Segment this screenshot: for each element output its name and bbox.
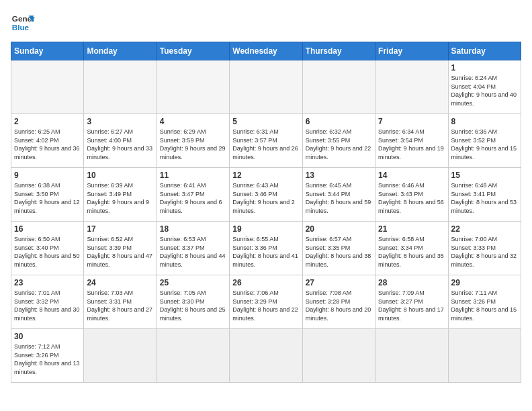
calendar-cell: 9Sunrise: 6:38 AM Sunset: 3:50 PM Daylig… [11,168,84,222]
day-info: Sunrise: 6:24 AM Sunset: 4:04 PM Dayligh… [451,74,518,107]
calendar-cell: 28Sunrise: 7:09 AM Sunset: 3:27 PM Dayli… [375,275,448,329]
day-info: Sunrise: 6:45 AM Sunset: 3:44 PM Dayligh… [306,181,372,215]
calendar-cell [11,60,84,114]
day-number: 10 [87,171,153,180]
calendar-cell [375,60,448,114]
day-info: Sunrise: 6:48 AM Sunset: 3:41 PM Dayligh… [451,181,518,215]
calendar-cell: 20Sunrise: 6:57 AM Sunset: 3:35 PM Dayli… [302,222,375,275]
day-info: Sunrise: 6:55 AM Sunset: 3:36 PM Dayligh… [232,235,299,269]
day-info: Sunrise: 7:01 AM Sunset: 3:32 PM Dayligh… [14,289,81,322]
day-number: 20 [306,224,372,234]
calendar-cell: 7Sunrise: 6:34 AM Sunset: 3:54 PM Daylig… [375,114,448,168]
calendar-cell [157,329,229,383]
calendar-cell: 30Sunrise: 7:12 AM Sunset: 3:26 PM Dayli… [11,329,84,383]
day-info: Sunrise: 6:50 AM Sunset: 3:40 PM Dayligh… [14,235,81,269]
day-number: 19 [232,224,299,234]
day-number: 23 [14,278,81,287]
calendar-cell [302,60,375,114]
calendar-cell: 25Sunrise: 7:05 AM Sunset: 3:30 PM Dayli… [157,275,229,329]
day-info: Sunrise: 6:31 AM Sunset: 3:57 PM Dayligh… [232,128,299,161]
calendar-cell: 5Sunrise: 6:31 AM Sunset: 3:57 PM Daylig… [230,114,302,168]
day-number: 16 [14,224,81,234]
day-info: Sunrise: 6:29 AM Sunset: 3:59 PM Dayligh… [160,128,226,161]
calendar-table: SundayMondayTuesdayWednesdayThursdayFrid… [11,42,521,383]
day-number: 2 [14,117,81,126]
day-info: Sunrise: 7:05 AM Sunset: 3:30 PM Dayligh… [160,289,226,322]
calendar-cell [84,60,157,114]
weekday-header-thursday: Thursday [302,42,375,60]
calendar-cell: 27Sunrise: 7:08 AM Sunset: 3:28 PM Dayli… [302,275,375,329]
calendar-cell: 1Sunrise: 6:24 AM Sunset: 4:04 PM Daylig… [448,60,521,114]
calendar-cell: 8Sunrise: 6:36 AM Sunset: 3:52 PM Daylig… [448,114,521,168]
day-number: 12 [232,171,299,180]
day-info: Sunrise: 7:00 AM Sunset: 3:33 PM Dayligh… [451,235,518,269]
day-info: Sunrise: 7:12 AM Sunset: 3:26 PM Dayligh… [14,342,81,376]
calendar-cell [230,60,302,114]
day-info: Sunrise: 6:34 AM Sunset: 3:54 PM Dayligh… [378,128,445,161]
day-info: Sunrise: 6:58 AM Sunset: 3:34 PM Dayligh… [378,235,445,269]
day-info: Sunrise: 6:57 AM Sunset: 3:35 PM Dayligh… [306,235,372,269]
day-info: Sunrise: 6:53 AM Sunset: 3:37 PM Dayligh… [160,235,226,269]
day-number: 6 [306,117,372,126]
day-info: Sunrise: 6:41 AM Sunset: 3:47 PM Dayligh… [160,181,226,215]
day-number: 25 [160,278,226,287]
calendar-cell: 11Sunrise: 6:41 AM Sunset: 3:47 PM Dayli… [157,168,229,222]
calendar-cell: 24Sunrise: 7:03 AM Sunset: 3:31 PM Dayli… [84,275,157,329]
calendar-cell: 21Sunrise: 6:58 AM Sunset: 3:34 PM Dayli… [375,222,448,275]
day-number: 27 [306,278,372,287]
day-number: 4 [160,117,226,126]
day-info: Sunrise: 7:09 AM Sunset: 3:27 PM Dayligh… [378,289,445,322]
day-number: 9 [14,171,81,180]
svg-text:Blue: Blue [12,23,30,32]
weekday-header-saturday: Saturday [448,42,521,60]
day-number: 18 [160,224,226,234]
day-info: Sunrise: 6:27 AM Sunset: 4:00 PM Dayligh… [87,128,153,161]
calendar-cell: 2Sunrise: 6:25 AM Sunset: 4:02 PM Daylig… [11,114,84,168]
day-info: Sunrise: 6:36 AM Sunset: 3:52 PM Dayligh… [451,128,518,161]
day-info: Sunrise: 7:08 AM Sunset: 3:28 PM Dayligh… [306,289,372,322]
day-number: 8 [451,117,518,126]
calendar-cell: 18Sunrise: 6:53 AM Sunset: 3:37 PM Dayli… [157,222,229,275]
weekday-header-monday: Monday [84,42,157,60]
calendar-cell: 6Sunrise: 6:32 AM Sunset: 3:55 PM Daylig… [302,114,375,168]
calendar-cell: 13Sunrise: 6:45 AM Sunset: 3:44 PM Dayli… [302,168,375,222]
logo: General Blue [11,11,38,35]
day-number: 29 [451,278,518,287]
calendar-cell: 3Sunrise: 6:27 AM Sunset: 4:00 PM Daylig… [84,114,157,168]
weekday-header-wednesday: Wednesday [230,42,302,60]
day-number: 1 [451,63,518,73]
calendar-cell: 22Sunrise: 7:00 AM Sunset: 3:33 PM Dayli… [448,222,521,275]
calendar-cell: 29Sunrise: 7:11 AM Sunset: 3:26 PM Dayli… [448,275,521,329]
day-number: 3 [87,117,153,126]
calendar-cell [84,329,157,383]
calendar-cell: 23Sunrise: 7:01 AM Sunset: 3:32 PM Dayli… [11,275,84,329]
day-info: Sunrise: 7:11 AM Sunset: 3:26 PM Dayligh… [451,289,518,322]
calendar-cell: 19Sunrise: 6:55 AM Sunset: 3:36 PM Dayli… [230,222,302,275]
day-number: 13 [306,171,372,180]
calendar-cell: 10Sunrise: 6:39 AM Sunset: 3:49 PM Dayli… [84,168,157,222]
day-number: 26 [232,278,299,287]
weekday-header-tuesday: Tuesday [157,42,229,60]
day-info: Sunrise: 6:39 AM Sunset: 3:49 PM Dayligh… [87,181,153,215]
calendar-cell [375,329,448,383]
day-number: 22 [451,224,518,234]
calendar-cell: 26Sunrise: 7:06 AM Sunset: 3:29 PM Dayli… [230,275,302,329]
header: General Blue [11,11,521,35]
weekday-header-sunday: Sunday [11,42,84,60]
calendar-cell: 17Sunrise: 6:52 AM Sunset: 3:39 PM Dayli… [84,222,157,275]
day-number: 5 [232,117,299,126]
day-info: Sunrise: 6:38 AM Sunset: 3:50 PM Dayligh… [14,181,81,215]
calendar-cell [157,60,229,114]
calendar-cell: 15Sunrise: 6:48 AM Sunset: 3:41 PM Dayli… [448,168,521,222]
day-info: Sunrise: 7:03 AM Sunset: 3:31 PM Dayligh… [87,289,153,322]
day-info: Sunrise: 6:52 AM Sunset: 3:39 PM Dayligh… [87,235,153,269]
day-info: Sunrise: 7:06 AM Sunset: 3:29 PM Dayligh… [232,289,299,322]
logo-icon: General Blue [11,11,35,35]
day-info: Sunrise: 6:25 AM Sunset: 4:02 PM Dayligh… [14,128,81,161]
day-info: Sunrise: 6:32 AM Sunset: 3:55 PM Dayligh… [306,128,372,161]
calendar-cell: 14Sunrise: 6:46 AM Sunset: 3:43 PM Dayli… [375,168,448,222]
day-number: 17 [87,224,153,234]
day-number: 21 [378,224,445,234]
day-number: 7 [378,117,445,126]
calendar-cell [302,329,375,383]
